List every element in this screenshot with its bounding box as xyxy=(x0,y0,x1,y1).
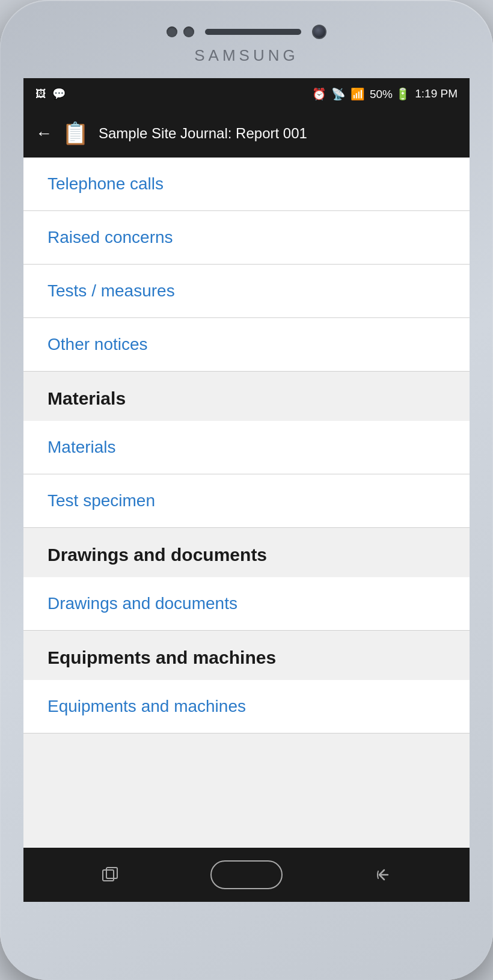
front-cameras xyxy=(167,26,194,37)
equipment-section-header: Equipments and machines xyxy=(23,631,470,680)
equipment-machines-link[interactable]: Equipments and machines xyxy=(47,697,246,715)
recent-apps-button[interactable] xyxy=(86,857,134,893)
alarm-icon: ⏰ xyxy=(312,87,326,101)
signal-icon: 📶 xyxy=(351,87,365,101)
phone-bottom xyxy=(0,902,493,980)
drawings-documents-link[interactable]: Drawings and documents xyxy=(47,594,237,613)
sensor-dot xyxy=(183,26,194,37)
materials-link[interactable]: Materials xyxy=(47,438,116,456)
home-button[interactable] xyxy=(210,860,283,889)
list-item[interactable]: Raised concerns xyxy=(23,211,470,265)
phone-top: SAMSUNG xyxy=(0,0,493,78)
back-nav-button[interactable] xyxy=(359,857,407,893)
status-bar: 🖼 💬 ⏰ 📡 📶 50% 🔋 1:19 PM xyxy=(23,78,470,109)
whatsapp-icon: 💬 xyxy=(52,87,66,100)
sensor-row xyxy=(167,25,326,39)
earpiece xyxy=(205,29,301,35)
other-notices-link[interactable]: Other notices xyxy=(47,335,148,354)
materials-section-title: Materials xyxy=(47,388,126,408)
equipment-section-title: Equipments and machines xyxy=(47,648,276,667)
app-header: ← 📋 Sample Site Journal: Report 001 xyxy=(23,109,470,158)
status-left: 🖼 💬 xyxy=(35,87,66,100)
wifi-icon: 📡 xyxy=(331,87,346,101)
list-item[interactable]: Drawings and documents xyxy=(23,577,470,631)
battery-text: 50% 🔋 xyxy=(370,87,410,101)
list-item[interactable]: Tests / measures xyxy=(23,265,470,318)
tests-measures-link[interactable]: Tests / measures xyxy=(47,281,175,300)
brand-logo: SAMSUNG xyxy=(194,46,298,65)
list-item[interactable]: Test specimen xyxy=(23,474,470,528)
time-display: 1:19 PM xyxy=(415,87,458,100)
list-item[interactable]: Equipments and machines xyxy=(23,680,470,733)
back-button[interactable]: ← xyxy=(35,124,52,143)
app-icon: 📋 xyxy=(62,121,89,146)
svg-rect-0 xyxy=(103,870,114,881)
gallery-icon: 🖼 xyxy=(35,88,46,100)
list-item[interactable]: Telephone calls xyxy=(23,158,470,211)
raised-concerns-link[interactable]: Raised concerns xyxy=(47,228,173,247)
list-item[interactable]: Other notices xyxy=(23,318,470,372)
drawings-section-header: Drawings and documents xyxy=(23,528,470,577)
status-right: ⏰ 📡 📶 50% 🔋 1:19 PM xyxy=(312,87,458,101)
main-content: Telephone calls Raised concerns Tests / … xyxy=(23,158,470,848)
telephone-calls-link[interactable]: Telephone calls xyxy=(47,174,164,193)
header-title: Sample Site Journal: Report 001 xyxy=(99,125,307,142)
bottom-nav-bar xyxy=(23,848,470,902)
phone-frame: SAMSUNG 🖼 💬 ⏰ 📡 📶 50% 🔋 1:19 PM ← 📋 Samp… xyxy=(0,0,493,980)
test-specimen-link[interactable]: Test specimen xyxy=(47,491,155,510)
materials-section-header: Materials xyxy=(23,372,470,421)
phone-screen: 🖼 💬 ⏰ 📡 📶 50% 🔋 1:19 PM ← 📋 Sample Site … xyxy=(23,78,470,902)
bottom-spacer xyxy=(23,733,470,738)
list-item[interactable]: Materials xyxy=(23,421,470,474)
speaker-dot xyxy=(167,26,177,37)
front-camera xyxy=(312,25,326,39)
svg-rect-1 xyxy=(106,868,117,878)
drawings-section-title: Drawings and documents xyxy=(47,545,267,565)
